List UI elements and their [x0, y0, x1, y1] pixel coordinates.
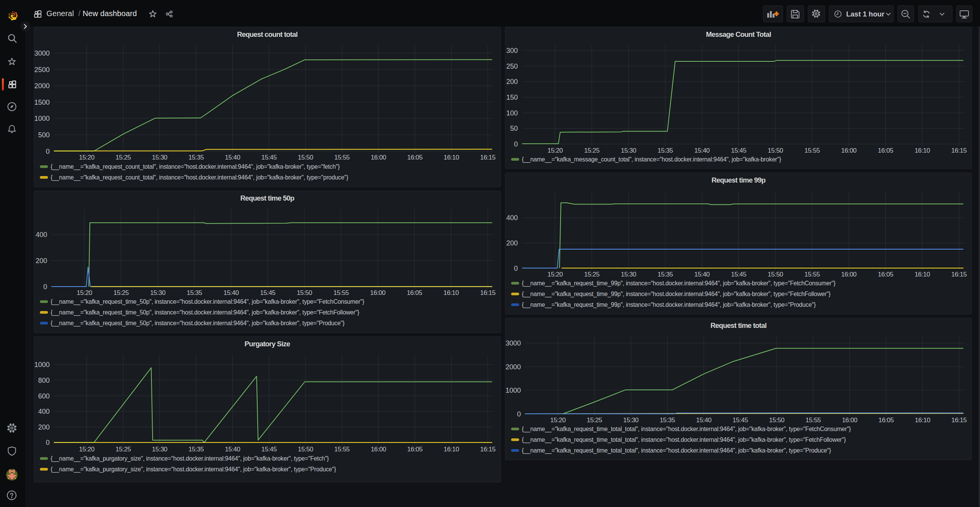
svg-text:15:20: 15:20 [79, 154, 94, 161]
svg-text:15:30: 15:30 [150, 289, 165, 296]
svg-text:600: 600 [38, 392, 49, 400]
svg-text:15:25: 15:25 [113, 289, 129, 296]
svg-text:15:45: 15:45 [261, 154, 277, 161]
svg-text:15:55: 15:55 [334, 289, 349, 296]
svg-text:2500: 2500 [34, 66, 49, 74]
svg-text:15:30: 15:30 [621, 271, 636, 278]
svg-text:400: 400 [38, 408, 49, 415]
svg-text:15:20: 15:20 [548, 271, 563, 278]
svg-text:15:50: 15:50 [768, 271, 783, 278]
svg-text:800: 800 [38, 377, 49, 384]
svg-text:3000: 3000 [34, 49, 49, 57]
svg-text:16:00: 16:00 [842, 416, 857, 424]
svg-text:16:05: 16:05 [878, 147, 893, 154]
svg-text:16:15: 16:15 [951, 416, 967, 424]
svg-text:16:05: 16:05 [407, 154, 423, 161]
svg-text:0: 0 [514, 140, 518, 148]
svg-text:15:35: 15:35 [188, 154, 204, 161]
svg-text:15:45: 15:45 [731, 147, 746, 154]
svg-text:15:50: 15:50 [298, 446, 313, 453]
svg-text:2000: 2000 [34, 82, 49, 90]
svg-text:15:40: 15:40 [696, 416, 711, 424]
svg-text:0: 0 [46, 148, 49, 155]
svg-text:0: 0 [43, 283, 47, 291]
svg-text:15:35: 15:35 [187, 289, 202, 296]
svg-text:250: 250 [506, 63, 518, 70]
svg-text:16:05: 16:05 [407, 446, 423, 453]
svg-text:0: 0 [46, 439, 49, 446]
svg-text:15:50: 15:50 [298, 154, 313, 161]
svg-text:100: 100 [506, 109, 518, 117]
svg-text:16:15: 16:15 [480, 289, 495, 296]
svg-text:15:30: 15:30 [623, 416, 638, 424]
svg-text:50: 50 [510, 125, 518, 132]
svg-text:300: 300 [506, 47, 518, 54]
svg-text:400: 400 [506, 214, 518, 222]
svg-text:15:40: 15:40 [694, 147, 710, 154]
svg-text:1000: 1000 [34, 361, 49, 369]
svg-text:15:20: 15:20 [79, 446, 94, 453]
svg-text:15:35: 15:35 [188, 446, 204, 453]
svg-text:200: 200 [506, 239, 518, 247]
svg-text:500: 500 [38, 131, 49, 139]
svg-text:15:40: 15:40 [225, 446, 240, 453]
svg-text:16:05: 16:05 [878, 271, 893, 278]
svg-text:0: 0 [514, 265, 518, 272]
svg-text:15:35: 15:35 [658, 271, 673, 278]
svg-text:15:45: 15:45 [731, 271, 746, 278]
svg-text:15:35: 15:35 [658, 147, 673, 154]
svg-text:16:00: 16:00 [371, 154, 386, 161]
svg-text:15:25: 15:25 [584, 271, 599, 278]
svg-text:16:05: 16:05 [407, 289, 422, 296]
svg-text:15:25: 15:25 [587, 416, 602, 424]
svg-text:1000: 1000 [34, 115, 49, 122]
svg-text:15:40: 15:40 [224, 289, 239, 296]
svg-text:16:00: 16:00 [370, 289, 385, 296]
svg-text:15:35: 15:35 [659, 416, 675, 424]
svg-text:15:55: 15:55 [334, 446, 350, 453]
svg-text:150: 150 [506, 94, 518, 101]
svg-text:1500: 1500 [34, 99, 49, 106]
svg-text:16:15: 16:15 [951, 147, 967, 154]
svg-text:200: 200 [36, 257, 47, 265]
svg-text:15:55: 15:55 [334, 154, 350, 161]
svg-text:400: 400 [36, 231, 47, 239]
svg-text:16:05: 16:05 [878, 416, 894, 424]
svg-text:15:30: 15:30 [152, 154, 167, 161]
svg-text:15:45: 15:45 [260, 289, 275, 296]
svg-text:16:10: 16:10 [915, 416, 930, 424]
svg-text:15:55: 15:55 [806, 416, 821, 424]
svg-text:16:00: 16:00 [841, 271, 857, 278]
svg-text:15:40: 15:40 [694, 271, 710, 278]
svg-text:16:10: 16:10 [443, 289, 459, 296]
svg-text:15:25: 15:25 [115, 154, 131, 161]
svg-text:15:25: 15:25 [584, 147, 599, 154]
svg-text:15:45: 15:45 [261, 446, 277, 453]
svg-text:16:00: 16:00 [371, 446, 386, 453]
svg-text:1000: 1000 [505, 387, 521, 394]
svg-text:16:10: 16:10 [444, 154, 459, 161]
svg-text:16:10: 16:10 [914, 271, 930, 278]
svg-text:15:20: 15:20 [548, 147, 563, 154]
svg-text:0: 0 [517, 410, 521, 418]
svg-text:15:50: 15:50 [769, 416, 784, 424]
svg-text:15:25: 15:25 [115, 446, 131, 453]
svg-text:15:30: 15:30 [621, 147, 636, 154]
svg-text:15:40: 15:40 [225, 154, 240, 161]
svg-text:15:50: 15:50 [768, 147, 783, 154]
svg-text:16:15: 16:15 [480, 446, 495, 453]
svg-text:15:45: 15:45 [733, 416, 748, 424]
svg-text:16:15: 16:15 [951, 271, 967, 278]
svg-text:15:55: 15:55 [804, 147, 820, 154]
svg-text:15:55: 15:55 [804, 271, 820, 278]
svg-text:16:15: 16:15 [480, 154, 495, 161]
svg-text:15:50: 15:50 [297, 289, 312, 296]
svg-text:16:00: 16:00 [841, 147, 857, 154]
svg-text:15:30: 15:30 [152, 446, 167, 453]
svg-text:200: 200 [38, 423, 49, 431]
svg-text:3000: 3000 [505, 339, 521, 347]
svg-text:200: 200 [506, 78, 518, 86]
svg-text:2000: 2000 [505, 363, 521, 371]
svg-text:15:20: 15:20 [77, 289, 92, 296]
svg-text:16:10: 16:10 [444, 446, 459, 453]
